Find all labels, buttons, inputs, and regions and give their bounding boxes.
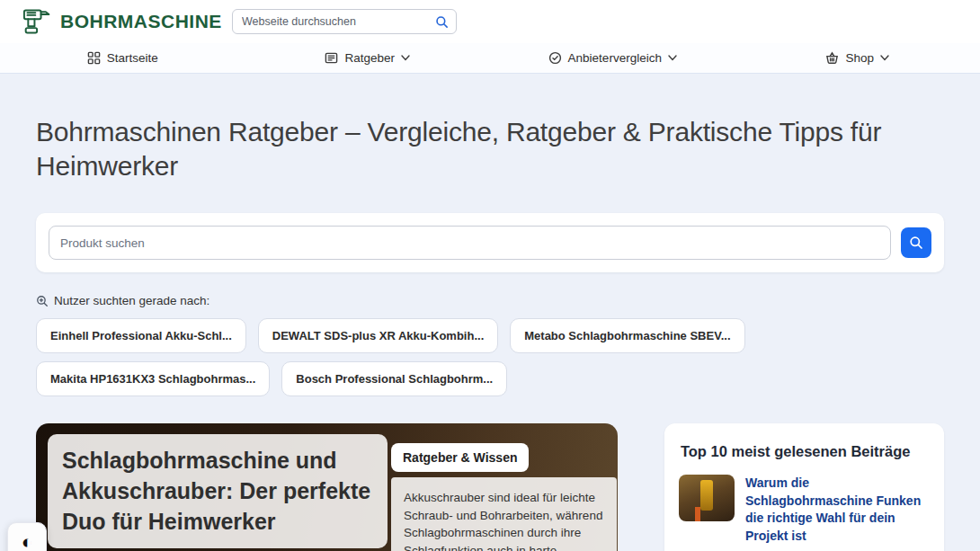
grid-icon — [87, 51, 101, 65]
site-search — [232, 9, 457, 34]
product-search-button[interactable] — [901, 227, 931, 258]
search-icon — [909, 236, 923, 250]
featured-article-card[interactable]: DEWALT Schlagbohrmaschine und Akkuschrau… — [36, 423, 618, 551]
site-search-input[interactable] — [233, 15, 435, 28]
nav-item-ratgeber[interactable]: Ratgeber — [325, 51, 410, 65]
header: BOHRMASCHINE — [0, 0, 980, 43]
drill-logo-icon — [22, 7, 54, 36]
post-link[interactable]: Warum die Schlagbohrmaschine Funken die … — [745, 475, 930, 545]
site-logo[interactable]: BOHRMASCHINE — [22, 7, 222, 36]
nav-label: Shop — [845, 51, 874, 65]
featured-excerpt: Akkuschrauber sind ideal für leichte Sch… — [391, 477, 617, 551]
check-circle-icon — [548, 51, 562, 65]
featured-title[interactable]: Schlagbohrmaschine und Akkuschrauber: De… — [62, 446, 373, 537]
suggestion-chip[interactable]: Metabo Schlagbohrmaschine SBEV... — [510, 318, 744, 353]
main-nav: Startseite Ratgeber Anbietervergleich Sh… — [0, 43, 980, 74]
content-row: DEWALT Schlagbohrmaschine und Akkuschrau… — [36, 423, 944, 551]
search-trend-icon — [36, 295, 49, 307]
nav-label: Ratgeber — [344, 51, 395, 65]
product-search-input[interactable] — [49, 226, 891, 260]
brand-name: BOHRMASCHINE — [60, 11, 222, 32]
nav-label: Startseite — [107, 51, 158, 65]
nav-label: Anbietervergleich — [568, 51, 662, 65]
post-thumbnail — [679, 475, 735, 521]
nav-item-shop[interactable]: Shop — [825, 51, 889, 65]
sidebar-title: Top 10 meist gelesenen Beiträge — [681, 443, 930, 460]
nav-item-startseite[interactable]: Startseite — [87, 51, 158, 65]
contrast-icon: ◐ — [22, 531, 33, 551]
product-search-card — [36, 213, 944, 272]
search-icon[interactable] — [435, 15, 449, 29]
contrast-toggle-button[interactable]: ◐ — [7, 522, 47, 551]
suggestions-label-row: Nutzer suchten gerade nach: — [36, 294, 944, 307]
category-badge[interactable]: Ratgeber & Wissen — [391, 443, 529, 472]
chevron-down-icon — [401, 55, 410, 61]
suggestion-chip[interactable]: DEWALT SDS-plus XR Akku-Kombih... — [258, 318, 498, 353]
page-content: Bohrmaschinen Ratgeber – Vergleiche, Rat… — [0, 115, 980, 551]
suggestion-chip[interactable]: Bosch Professional Schlagbohrm... — [281, 361, 507, 396]
suggestions-label: Nutzer suchten gerade nach: — [54, 294, 209, 307]
document-icon — [325, 51, 338, 65]
chevron-down-icon — [668, 55, 677, 61]
suggestion-chips: Einhell Professional Akku-Schl... DEWALT… — [36, 318, 944, 396]
top-posts-sidebar: Top 10 meist gelesenen Beiträge Warum di… — [664, 423, 944, 551]
featured-title-box: Schlagbohrmaschine und Akkuschrauber: De… — [48, 434, 388, 548]
nav-item-anbietervergleich[interactable]: Anbietervergleich — [548, 51, 677, 65]
page-title: Bohrmaschinen Ratgeber – Vergleiche, Rat… — [36, 115, 944, 183]
suggestion-chip[interactable]: Einhell Professional Akku-Schl... — [36, 318, 246, 353]
suggestion-chip[interactable]: Makita HP1631KX3 Schlagbohrmas... — [36, 361, 270, 396]
list-item[interactable]: Warum die Schlagbohrmaschine Funken die … — [679, 475, 930, 545]
chevron-down-icon — [880, 55, 889, 61]
basket-icon — [825, 51, 839, 65]
